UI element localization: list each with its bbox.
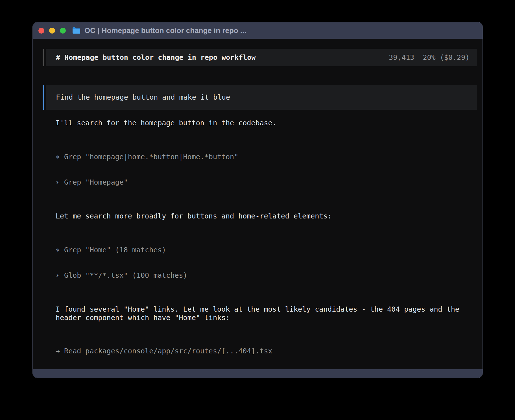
context-usage-cost: 20% ($0.29)	[423, 53, 470, 62]
assistant-paragraph: I'll search for the homepage button in t…	[56, 119, 477, 127]
assistant-paragraph: Let me search more broadly for buttons a…	[56, 212, 477, 220]
tool-call-grep: ∗ Grep "homepage|home.*button|Home.*butt…	[56, 153, 477, 161]
terminal-content: # Homepage button color change in repo w…	[33, 39, 483, 369]
session-title: # Homepage button color change in repo w…	[56, 53, 256, 62]
tool-call-group: → Read packages/console/app/src/routes/[…	[56, 330, 477, 369]
session-header: # Homepage button color change in repo w…	[43, 49, 477, 66]
traffic-lights	[38, 28, 66, 34]
token-count: 39,413	[389, 53, 414, 62]
tool-call-grep: ∗ Grep "Home" (18 matches)	[56, 246, 477, 254]
window-title: OC | Homepage button color change in rep…	[84, 26, 246, 35]
tool-call-group: ∗ Grep "Home" (18 matches) ∗ Glob "**/*.…	[56, 229, 477, 297]
user-message: Find the homepage button and make it blu…	[43, 85, 477, 110]
window-bottom-bar	[33, 369, 483, 378]
session-stats: 39,413 20% ($0.29)	[389, 53, 470, 62]
tool-call-group: ∗ Grep "homepage|home.*button|Home.*butt…	[56, 136, 477, 204]
close-button[interactable]	[38, 28, 44, 34]
tool-call-read: → Read packages/console/app/src/routes/[…	[56, 347, 477, 355]
tool-call-glob: ∗ Glob "**/*.tsx" (100 matches)	[56, 271, 477, 280]
minimize-button[interactable]	[49, 28, 55, 34]
terminal-window: OC | Homepage button color change in rep…	[32, 22, 483, 378]
assistant-paragraph: I found several "Home" links. Let me loo…	[56, 305, 477, 322]
zoom-button[interactable]	[60, 28, 66, 34]
folder-icon	[72, 27, 81, 34]
tool-call-grep: ∗ Grep "Homepage"	[56, 178, 477, 187]
user-message-text: Find the homepage button and make it blu…	[56, 93, 230, 101]
titlebar[interactable]: OC | Homepage button color change in rep…	[33, 22, 483, 39]
